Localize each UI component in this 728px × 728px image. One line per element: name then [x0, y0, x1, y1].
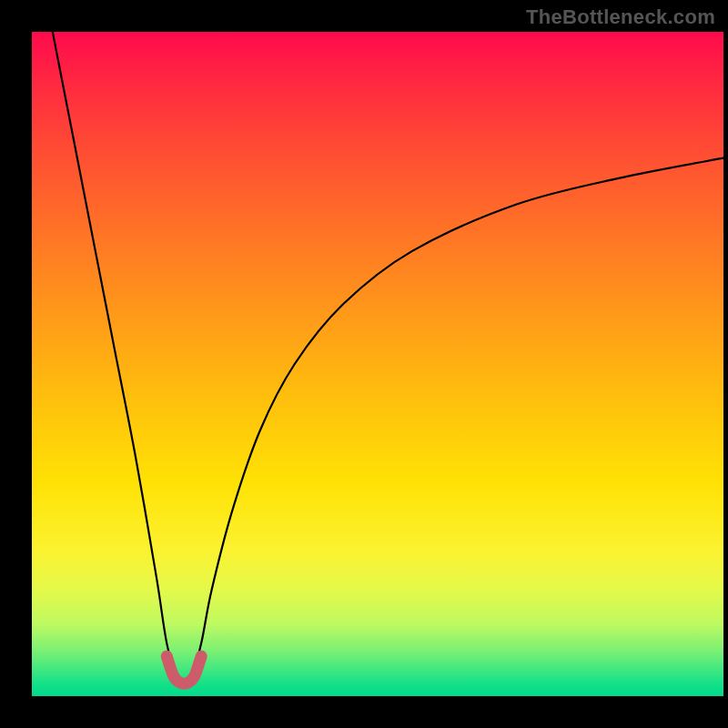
- min-marker: [167, 656, 201, 683]
- chart-frame: TheBottleneck.com: [0, 0, 728, 728]
- watermark-text: TheBottleneck.com: [526, 5, 715, 29]
- curve-layer: [32, 32, 723, 696]
- bottleneck-curve: [53, 32, 723, 683]
